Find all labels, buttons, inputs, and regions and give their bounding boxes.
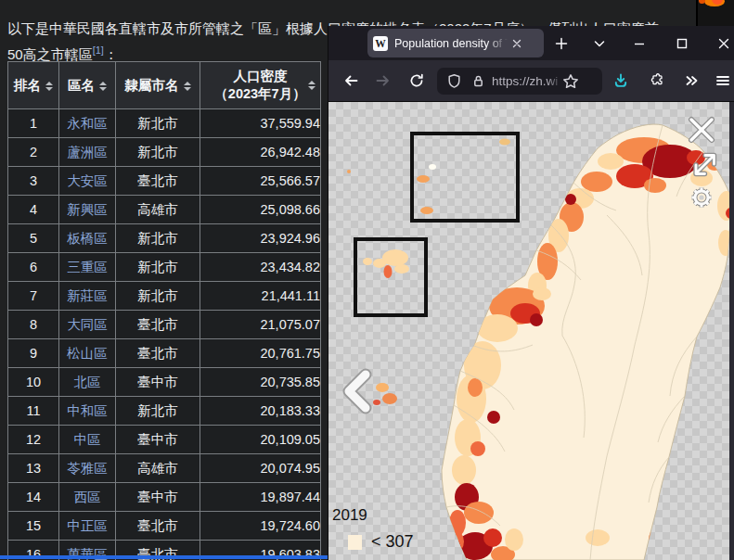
table-row: 12中區臺中市20,109.05 xyxy=(8,426,321,454)
wikipedia-favicon: W xyxy=(373,36,388,51)
district-link[interactable]: 松山區 xyxy=(67,346,108,361)
legend-year: 2019 xyxy=(332,506,367,525)
legend-label: < 307 xyxy=(371,532,414,552)
intro-colon: ： xyxy=(104,46,118,62)
city-cell: 新北市 xyxy=(116,138,200,167)
rank-cell: 8 xyxy=(8,311,59,339)
city-cell: 臺中市 xyxy=(116,483,200,512)
maximize-icon[interactable] xyxy=(669,26,695,60)
table-row: 10北區臺中市20,735.85 xyxy=(8,368,321,397)
tab-list-chevron-icon[interactable] xyxy=(586,26,612,60)
window-close-icon[interactable] xyxy=(711,26,734,60)
density-cell: 19,724.60 xyxy=(200,512,321,541)
district-link[interactable]: 中和區 xyxy=(67,403,108,418)
district-link[interactable]: 北區 xyxy=(74,375,101,389)
district-link[interactable]: 中正區 xyxy=(67,518,108,533)
table-row: 2蘆洲區新北市26,942.48 xyxy=(8,138,321,167)
city-cell: 臺北市 xyxy=(116,311,200,339)
prev-chevron-icon[interactable] xyxy=(349,375,366,408)
header-city[interactable]: 隸屬市名 xyxy=(116,62,200,109)
rank-cell: 3 xyxy=(8,167,59,196)
density-cell: 20,183.33 xyxy=(200,397,321,426)
district-link[interactable]: 新莊區 xyxy=(67,288,108,303)
vertical-scrollbar[interactable] xyxy=(729,102,734,560)
city-cell: 臺北市 xyxy=(116,339,200,368)
extensions-puzzle-icon[interactable] xyxy=(643,67,671,95)
bookmark-star-icon[interactable] xyxy=(562,73,579,90)
rank-cell: 9 xyxy=(8,339,59,368)
browser-window: W Population density of Ta xyxy=(328,26,734,560)
density-table-body: 1永和區新北市37,559.942蘆洲區新北市26,942.483大安區臺北市2… xyxy=(8,109,321,560)
district-link[interactable]: 大同區 xyxy=(67,317,108,332)
map-close-icon[interactable] xyxy=(691,120,712,140)
city-cell: 臺北市 xyxy=(116,167,200,196)
district-link[interactable]: 西區 xyxy=(74,490,101,504)
city-cell: 臺中市 xyxy=(116,426,200,454)
reference-link[interactable]: [1] xyxy=(93,45,104,56)
district-link[interactable]: 三重區 xyxy=(67,260,108,274)
density-cell: 20,074.95 xyxy=(200,454,321,483)
district-link[interactable]: 苓雅區 xyxy=(67,461,108,476)
table-row: 8大同區臺北市21,075.07 xyxy=(8,311,321,339)
city-cell: 新北市 xyxy=(116,253,200,282)
rank-cell: 15 xyxy=(8,512,59,541)
forward-arrow-icon[interactable] xyxy=(369,67,397,95)
hamburger-menu-icon[interactable] xyxy=(709,67,734,95)
district-link[interactable]: 大安區 xyxy=(67,173,108,188)
shield-icon[interactable] xyxy=(446,73,462,89)
density-cell: 21,441.11 xyxy=(200,282,321,311)
density-cell: 37,559.94 xyxy=(200,109,321,138)
sort-icon xyxy=(45,82,53,91)
density-cell: 25,566.57 xyxy=(200,167,321,196)
lock-icon[interactable] xyxy=(470,73,486,89)
sort-icon xyxy=(184,82,191,91)
district-link[interactable]: 永和區 xyxy=(67,116,108,131)
header-density[interactable]: 人口密度 （2023年7月） xyxy=(200,62,321,109)
new-tab-icon[interactable] xyxy=(548,26,574,60)
tab-close-icon[interactable] xyxy=(509,36,524,51)
city-cell: 高雄市 xyxy=(116,196,200,224)
header-district[interactable]: 區名 xyxy=(59,62,116,109)
density-cell: 25,098.66 xyxy=(200,196,321,224)
legend-entry: < 307 xyxy=(348,532,414,552)
table-row: 1永和區新北市37,559.94 xyxy=(8,109,321,138)
taskbar-accent-line xyxy=(0,555,331,559)
back-arrow-icon[interactable] xyxy=(337,67,365,95)
density-cell: 23,434.82 xyxy=(200,253,321,282)
rank-cell: 6 xyxy=(8,253,59,282)
map-settings-gear-icon[interactable] xyxy=(692,188,712,208)
density-cell: 26,942.48 xyxy=(200,138,321,167)
city-cell: 高雄市 xyxy=(116,454,200,483)
district-link[interactable]: 新興區 xyxy=(67,202,108,217)
download-icon[interactable] xyxy=(607,67,635,95)
reload-icon[interactable] xyxy=(403,67,431,95)
screen: 以下是中華民國各直轄市及市所管轄之「區」根據人口密度的排名表（2023年7月底）… xyxy=(0,0,734,560)
district-link[interactable]: 蘆洲區 xyxy=(67,145,108,159)
header-rank[interactable]: 排名 xyxy=(8,62,59,109)
rank-cell: 10 xyxy=(8,368,59,397)
minimize-icon[interactable] xyxy=(626,26,652,60)
inset-box-penghu xyxy=(355,239,426,315)
rank-cell: 1 xyxy=(8,109,59,138)
legend-swatch xyxy=(348,535,362,550)
url-text: https://zh.wi xyxy=(492,74,562,88)
overflow-chevrons-icon[interactable] xyxy=(677,67,705,95)
sort-icon xyxy=(308,81,315,90)
density-cell: 23,924.96 xyxy=(200,224,321,253)
browser-tab[interactable]: W Population density of Ta xyxy=(367,29,544,57)
intro-line2: 50高之市轄區 xyxy=(7,46,93,62)
city-cell: 新北市 xyxy=(116,282,200,311)
browser-toolbar: https://zh.wi xyxy=(328,60,734,102)
sort-icon xyxy=(99,82,107,91)
taiwan-density-map xyxy=(328,104,729,560)
browser-content: 2019 < 307 xyxy=(328,102,734,560)
rank-cell: 14 xyxy=(8,483,59,512)
url-bar[interactable]: https://zh.wi xyxy=(437,68,602,95)
tab-title: Population density of Ta xyxy=(394,37,508,50)
table-row: 15中正區臺北市19,724.60 xyxy=(8,512,321,541)
district-link[interactable]: 中區 xyxy=(74,432,101,447)
table-row: 3大安區臺北市25,566.57 xyxy=(8,167,321,196)
density-cell: 20,761.75 xyxy=(200,339,321,368)
district-link[interactable]: 板橋區 xyxy=(67,231,108,246)
rank-cell: 12 xyxy=(8,426,59,454)
